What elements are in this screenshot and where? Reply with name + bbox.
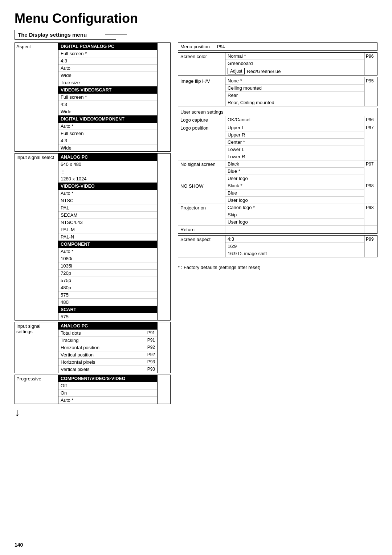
proj-on-v0: Canon logo * <box>225 204 364 211</box>
digital-pc-item-4: True size <box>58 79 157 86</box>
iss-item-4: Horizontal pixelsP93 <box>58 359 157 366</box>
image-flip-row: Image flip H/V None * Ceiling mounted Re… <box>178 77 377 106</box>
no-show-values: Black * Blue User logo <box>225 182 364 204</box>
logo-capture-row: Logo capture OK/Cancel P96 <box>178 116 377 124</box>
screen-color-row: Screen color Normal * Greenboard Adjust … <box>178 53 377 75</box>
image-flip-values: None * Ceiling mounted Rear Rear, Ceilin… <box>225 77 364 106</box>
menu-position-box: Menu position P94 <box>178 42 377 51</box>
logo-capture-page: P96 <box>364 116 377 124</box>
logo-capture-label: Logo capture <box>178 116 225 124</box>
comp-item-4: 575p <box>58 277 157 284</box>
left-column: Aspect DIGITAL PC/ANALOG PC P88 Full scr… <box>15 42 171 419</box>
screen-color-v0: Normal * <box>225 53 364 60</box>
iss-item-2: Horizontal positionP92 <box>58 344 157 351</box>
comp-item-3: 720p <box>58 270 157 277</box>
analog-pc-item-0: 640 x 480 <box>58 161 157 168</box>
screen-color-box: Screen color Normal * Greenboard Adjust … <box>178 52 377 76</box>
scart-header: SCART P90 <box>58 306 157 313</box>
iss-item-0: Total dotsP91 <box>58 330 157 337</box>
screen-aspect-v2: 16:9 D. image shift <box>225 250 364 257</box>
component-page: P90 <box>147 242 155 247</box>
vs-item-5: PAL-M <box>58 226 157 233</box>
comp-item-6: 575i <box>58 291 157 299</box>
screen-color-v2: Adjust Red/Green/Blue <box>225 67 364 75</box>
no-signal-v0: Black <box>225 160 364 168</box>
vs-item-2: PAL <box>58 204 157 212</box>
analog-pc2-header: ANALOG PC <box>58 322 157 330</box>
down-arrow-icon: ↓ <box>15 406 171 419</box>
image-flip-v1: Ceiling mounted <box>225 85 364 92</box>
digital-pc-header: DIGITAL PC/ANALOG PC P88 <box>58 43 157 50</box>
no-show-v2: User logo <box>225 197 364 204</box>
iss-item-5: Vertical pixelsP93 <box>58 366 157 373</box>
logo-capture-v0: OK/Cancel <box>225 116 364 123</box>
input-signal-select-label: Input signal select <box>15 154 58 320</box>
no-show-page: P98 <box>364 182 377 204</box>
comp-item-7: 480i <box>58 299 157 306</box>
input-signal-settings-section: Input signal settings ANALOG PC Total do… <box>15 322 171 373</box>
prog-item-2: Auto * <box>58 397 157 404</box>
digital-pc-item-2: Auto <box>58 65 157 72</box>
input-signal-settings-items: ANALOG PC Total dotsP91 TrackingP91 Hori… <box>58 322 157 373</box>
component-header: COMPONENT P90 <box>58 241 157 248</box>
image-flip-label: Image flip H/V <box>178 77 225 106</box>
progressive-label: Progressive <box>15 375 58 404</box>
component-label: COMPONENT <box>61 242 90 247</box>
image-flip-box: Image flip H/V None * Ceiling mounted Re… <box>178 77 377 106</box>
return-page <box>364 226 377 233</box>
logo-pos-v3: Lower L <box>225 146 364 153</box>
screen-aspect-v1: 16:9 <box>225 243 364 250</box>
digital-video-page: P88 <box>147 117 155 122</box>
image-flip-v3: Rear, Ceiling mounted <box>225 99 364 106</box>
logo-position-page: P97 <box>364 124 377 160</box>
progressive-section: Progressive COMPONENT/VIDEO/S-VIDEO P94 … <box>15 375 171 404</box>
screen-aspect-v0: 4:3 <box>225 236 364 243</box>
no-signal-screen-values: Black Blue * User logo <box>225 160 364 182</box>
comp-item-5: 480p <box>58 284 157 291</box>
no-signal-screen-page: P97 <box>364 160 377 182</box>
logo-position-values: Upper L Upper R Center * Lower L Lower R <box>225 124 364 160</box>
image-flip-v2: Rear <box>225 92 364 99</box>
analog-pc-header: ANALOG PC P89 <box>58 154 157 161</box>
menu-position-label: Menu position <box>180 44 210 49</box>
digital-video-header: DIGITAL VIDEO/COMPONENT P88 <box>58 115 157 123</box>
digital-pc-page: P88 <box>147 44 155 49</box>
screen-color-label: Screen color <box>178 53 225 75</box>
comp-video-label: COMPONENT/VIDEO/S-VIDEO <box>61 376 126 381</box>
analog-pc-dots: ⋮ <box>58 168 157 175</box>
image-flip-page: P95 <box>364 77 377 106</box>
comp-item-2: 1035i <box>58 262 157 270</box>
vs-item-0: Auto * <box>58 190 157 197</box>
iss-item-3: Vertical positionP92 <box>58 351 157 359</box>
vs-item-6: PAL-N <box>58 233 157 241</box>
projector-on-row: Projector on Canon logo * Skip User logo… <box>178 204 377 226</box>
adjust-box: Adjust <box>228 68 245 74</box>
no-signal-v2: User logo <box>225 175 364 182</box>
logo-pos-v4: Lower R <box>225 153 364 160</box>
video-scart-item-2: Wide <box>58 108 157 115</box>
input-signal-select-items: ANALOG PC P89 640 x 480 ⋮ 1280 x 1024 VI… <box>58 154 157 320</box>
input-signal-settings-page <box>157 322 170 373</box>
digital-video-item-0: Auto * <box>58 123 157 130</box>
footnote: * : Factory defaults (settings after res… <box>178 265 377 270</box>
scart-page: P90 <box>147 307 155 312</box>
scart-item-0: 575i <box>58 313 157 320</box>
screen-aspect-values: 4:3 16:9 16:9 D. image shift <box>225 236 364 257</box>
video-scart-header: VIDEO/S-VIDEO/SCART P89 <box>58 86 157 94</box>
digital-pc-item-3: Wide <box>58 72 157 79</box>
analog-pc-label: ANALOG PC <box>61 155 88 160</box>
vs-item-3: SECAM <box>58 212 157 219</box>
screen-color-v1: Greenboard <box>225 60 364 67</box>
prog-item-1: On <box>58 389 157 397</box>
aspect-items: DIGITAL PC/ANALOG PC P88 Full screen * 4… <box>58 43 157 151</box>
section-header: The Display settings menu <box>15 30 116 40</box>
comp-item-1: 1080i <box>58 255 157 262</box>
projector-on-values: Canon logo * Skip User logo <box>225 204 364 225</box>
iss-item-1: TrackingP91 <box>58 337 157 344</box>
no-show-row: NO SHOW Black * Blue User logo P98 <box>178 182 377 204</box>
logo-pos-v0: Upper L <box>225 124 364 131</box>
comp-video-header: COMPONENT/VIDEO/S-VIDEO P94 <box>58 375 157 382</box>
aspect-section: Aspect DIGITAL PC/ANALOG PC P88 Full scr… <box>15 42 171 152</box>
user-screen-settings-box: User screen settings Logo capture OK/Can… <box>178 108 377 234</box>
digital-pc-label: DIGITAL PC/ANALOG PC <box>61 44 114 49</box>
